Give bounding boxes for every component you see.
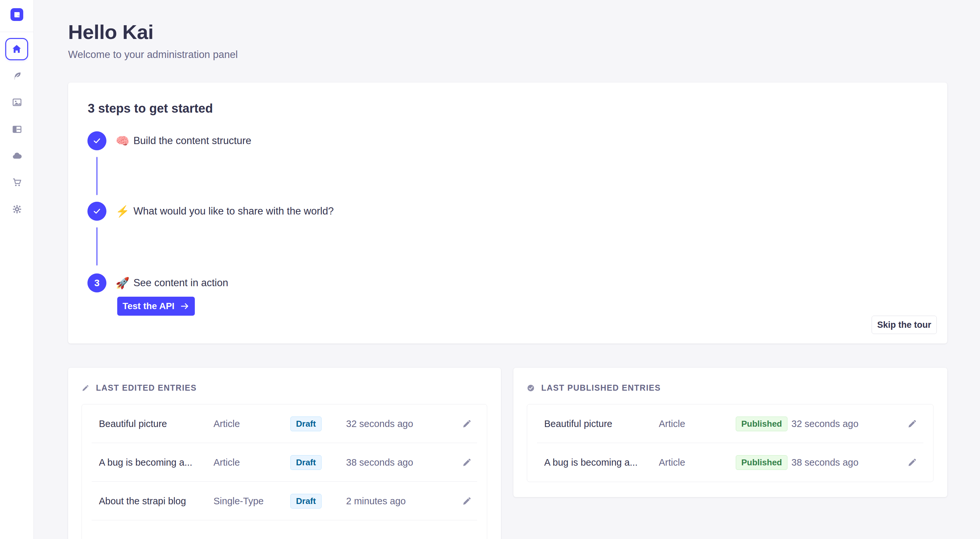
layout-icon	[12, 124, 22, 135]
page-title: Hello Kai	[68, 20, 947, 43]
strapi-logo[interactable]	[11, 8, 23, 21]
entry-time: 38 seconds ago	[791, 457, 899, 468]
entry-time: 32 seconds ago	[346, 418, 454, 429]
entry-time: 32 seconds ago	[791, 418, 899, 429]
pencil-icon	[462, 496, 472, 506]
step-connector	[96, 157, 97, 195]
status-badge: Draft	[290, 417, 321, 431]
status-badge: Published	[736, 417, 788, 431]
brain-emoji: 🧠	[116, 134, 129, 147]
last-published-table: Beautiful picture Article Published 32 s…	[527, 404, 934, 482]
entry-type: Single-Type	[213, 496, 290, 507]
table-row: Beautiful picture Article Draft 32 secon…	[82, 404, 487, 443]
sidebar-item-content-type-builder[interactable]	[0, 119, 34, 139]
edit-entry-button[interactable]	[905, 417, 919, 431]
edit-entry-button[interactable]	[460, 455, 474, 469]
sidebar-item-content-manager[interactable]	[0, 66, 34, 86]
onboarding-title: 3 steps to get started	[88, 102, 213, 116]
sidebar-item-home[interactable]	[5, 38, 28, 60]
edit-entry-button[interactable]	[460, 494, 474, 508]
entry-title: About the strapi blog	[99, 496, 213, 507]
cart-icon	[12, 177, 22, 188]
sidebar-item-marketplace[interactable]	[0, 173, 34, 192]
sidebar-item-deploy-cloud[interactable]	[0, 146, 34, 166]
step-3-text: See content in action	[133, 277, 228, 289]
step-1-text: Build the content structure	[133, 135, 251, 147]
step-2-text: What would you like to share with the wo…	[133, 205, 334, 217]
picture-icon	[12, 97, 22, 108]
step-1-label[interactable]: 🧠 Build the content structure	[116, 131, 251, 150]
arrow-right-icon	[180, 301, 189, 311]
edit-entry-button[interactable]	[460, 417, 474, 431]
entry-title: A bug is becoming a...	[544, 457, 659, 468]
step-2-check-circle	[88, 202, 107, 221]
table-row: About the strapi blog Single-Type Draft …	[82, 482, 487, 520]
cloud-icon	[11, 150, 22, 161]
table-row-clipped	[82, 520, 487, 539]
last-edited-title: LAST EDITED ENTRIES	[96, 383, 197, 393]
sidebar-item-settings[interactable]	[0, 199, 34, 219]
entries-row: LAST EDITED ENTRIES Beautiful picture Ar…	[68, 368, 947, 539]
entry-type: Article	[659, 418, 736, 429]
status-badge: Draft	[290, 455, 321, 470]
test-the-api-label: Test the API	[123, 301, 175, 312]
step-1-check-circle	[88, 131, 107, 150]
entry-type: Article	[213, 457, 290, 468]
step-3-label[interactable]: 🚀 See content in action	[116, 273, 228, 293]
entry-time: 38 seconds ago	[346, 457, 454, 468]
sidebar-item-media-library[interactable]	[0, 93, 34, 112]
table-row: Beautiful picture Article Published 32 s…	[527, 404, 933, 443]
edit-entry-button[interactable]	[905, 455, 919, 469]
last-edited-header: LAST EDITED ENTRIES	[81, 383, 487, 393]
entry-title: A bug is becoming a...	[99, 457, 213, 468]
last-published-header: LAST PUBLISHED ENTRIES	[527, 383, 934, 393]
status-badge: Published	[736, 455, 788, 470]
pencil-icon	[462, 419, 472, 429]
last-edited-entries-card: LAST EDITED ENTRIES Beautiful picture Ar…	[68, 368, 501, 539]
entry-type: Article	[659, 457, 736, 468]
test-the-api-button[interactable]: Test the API	[117, 297, 195, 316]
entry-title: Beautiful picture	[544, 418, 659, 429]
strapi-logo-glyph	[13, 11, 21, 19]
pencil-icon	[907, 419, 917, 429]
entry-title: Beautiful picture	[99, 418, 213, 429]
gear-icon	[12, 204, 22, 215]
sidebar	[0, 0, 34, 539]
last-published-entries-card: LAST PUBLISHED ENTRIES Beautiful picture…	[514, 368, 947, 497]
table-row: A bug is becoming a... Article Published…	[527, 443, 933, 482]
skip-the-tour-button[interactable]: Skip the tour	[872, 316, 937, 334]
table-row: A bug is becoming a... Article Draft 38 …	[82, 443, 487, 482]
feather-icon	[12, 71, 22, 81]
onboarding-card: 3 steps to get started 3 🧠 Build the con…	[68, 83, 947, 343]
main-content: Hello Kai Welcome to your administration…	[34, 0, 980, 539]
step-2-label[interactable]: ⚡ What would you like to share with the …	[116, 202, 334, 221]
check-icon	[92, 207, 102, 216]
lightning-emoji: ⚡	[116, 205, 129, 218]
status-badge: Draft	[290, 494, 321, 509]
pencil-icon	[81, 384, 89, 392]
pencil-icon	[907, 458, 917, 467]
entry-type: Article	[213, 418, 290, 429]
check-icon	[92, 136, 102, 145]
last-published-title: LAST PUBLISHED ENTRIES	[541, 383, 661, 393]
page-subtitle: Welcome to your administration panel	[68, 49, 947, 60]
pencil-icon	[462, 458, 472, 467]
last-edited-table: Beautiful picture Article Draft 32 secon…	[81, 404, 487, 539]
step-3-number-circle: 3	[88, 273, 107, 293]
home-icon	[11, 43, 22, 55]
step-connector	[96, 227, 97, 266]
step-3-number: 3	[94, 278, 100, 288]
check-circle-icon	[527, 384, 535, 392]
rocket-emoji: 🚀	[116, 277, 129, 289]
entry-time: 2 minutes ago	[346, 496, 454, 507]
